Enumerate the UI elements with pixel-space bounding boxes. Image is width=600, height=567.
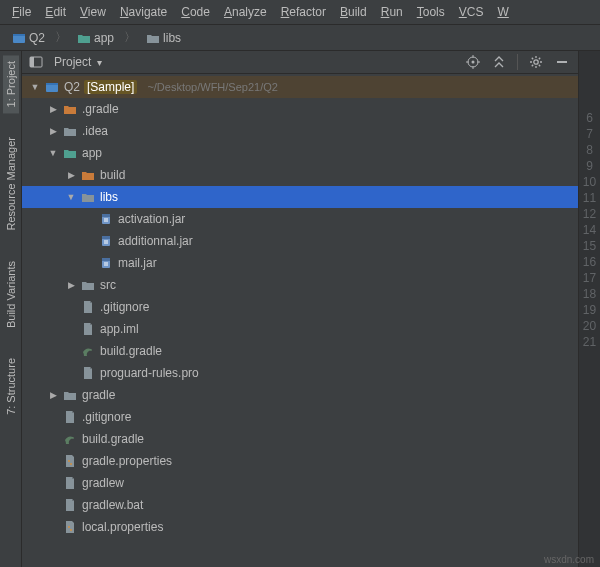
menu-run[interactable]: Run — [375, 3, 409, 21]
tool-tab-7-structure[interactable]: 7: Structure — [3, 352, 19, 421]
breadcrumb-libs[interactable]: libs — [142, 30, 185, 46]
line-number: 10 — [583, 175, 596, 189]
jar-icon — [98, 211, 114, 227]
locate-icon[interactable] — [465, 54, 481, 70]
props-icon — [62, 519, 78, 535]
svg-rect-19 — [557, 61, 567, 63]
tree-node--gitignore[interactable]: ▶.gitignore — [22, 296, 578, 318]
tool-tab-resource-manager[interactable]: Resource Manager — [3, 131, 19, 237]
gear-icon[interactable] — [528, 54, 544, 70]
hide-icon[interactable] — [554, 54, 570, 70]
node-label: build.gradle — [82, 432, 144, 446]
svg-line-17 — [532, 65, 533, 66]
line-number: 12 — [583, 207, 596, 221]
menu-edit[interactable]: Edit — [39, 3, 72, 21]
folder-grey-icon — [146, 31, 160, 45]
svg-rect-23 — [102, 214, 110, 217]
tree-node-build-gradle[interactable]: ▶build.gradle — [22, 340, 578, 362]
chevron-down-icon[interactable]: ▼ — [64, 190, 78, 204]
node-label: gradlew.bat — [82, 498, 143, 512]
svg-rect-21 — [46, 83, 58, 85]
breadcrumb-label: libs — [163, 31, 181, 45]
line-number: 21 — [583, 335, 596, 349]
line-number: 17 — [583, 271, 596, 285]
file-icon — [80, 299, 96, 315]
node-label: mail.jar — [118, 256, 157, 270]
node-label: app.iml — [100, 322, 139, 336]
tree-node--gradle[interactable]: ▶.gradle — [22, 98, 578, 120]
tree-node-proguard-rules-pro[interactable]: ▶proguard-rules.pro — [22, 362, 578, 384]
tree-node-src[interactable]: ▶src — [22, 274, 578, 296]
navigation-bar: Q2〉app〉libs — [0, 25, 600, 51]
menu-vcs[interactable]: VCS — [453, 3, 490, 21]
svg-point-31 — [68, 460, 70, 462]
menu-analyze[interactable]: Analyze — [218, 3, 273, 21]
file-icon — [80, 365, 96, 381]
project-tool-window: Project ▾ ▼Q2[Sample]~/Desktop/WFH/Se — [22, 51, 578, 567]
module-badge: [Sample] — [84, 80, 137, 94]
menu-tools[interactable]: Tools — [411, 3, 451, 21]
tree-node-app[interactable]: ▼app — [22, 142, 578, 164]
menu-bar: FileEditViewNavigateCodeAnalyzeRefactorB… — [0, 0, 600, 25]
node-label: activation.jar — [118, 212, 185, 226]
project-tree[interactable]: ▼Q2[Sample]~/Desktop/WFH/Sep21/Q2▶.gradl… — [22, 74, 578, 567]
chevron-right-icon[interactable]: ▶ — [64, 168, 78, 182]
tree-node-gradle-properties[interactable]: ▶gradle.properties — [22, 450, 578, 472]
collapse-all-icon[interactable] — [491, 54, 507, 70]
tree-node-gradlew-bat[interactable]: ▶gradlew.bat — [22, 494, 578, 516]
chevron-down-icon[interactable]: ▼ — [46, 146, 60, 160]
node-label: build — [100, 168, 125, 182]
node-label: .idea — [82, 124, 108, 138]
line-number: 18 — [583, 287, 596, 301]
tree-node-local-properties[interactable]: ▶local.properties — [22, 516, 578, 538]
menu-w[interactable]: W — [491, 3, 514, 21]
tree-node-activation-jar[interactable]: ▶activation.jar — [22, 208, 578, 230]
tool-tab-build-variants[interactable]: Build Variants — [3, 255, 19, 334]
node-label: proguard-rules.pro — [100, 366, 199, 380]
props-icon — [62, 453, 78, 469]
node-label: .gitignore — [100, 300, 149, 314]
chevron-right-icon[interactable]: ▶ — [46, 124, 60, 138]
node-label: local.properties — [82, 520, 163, 534]
tree-node-mail-jar[interactable]: ▶mail.jar — [22, 252, 578, 274]
tree-node-q2[interactable]: ▼Q2[Sample]~/Desktop/WFH/Sep21/Q2 — [22, 76, 578, 98]
svg-rect-1 — [13, 34, 25, 36]
menu-navigate[interactable]: Navigate — [114, 3, 173, 21]
chevron-down-icon[interactable]: ▾ — [97, 57, 102, 68]
tree-node-build-gradle[interactable]: ▶build.gradle — [22, 428, 578, 450]
menu-file[interactable]: File — [6, 3, 37, 21]
line-number: 9 — [586, 159, 593, 173]
module-icon — [12, 31, 26, 45]
chevron-right-icon[interactable]: ▶ — [46, 102, 60, 116]
breadcrumb-q2[interactable]: Q2 — [8, 30, 49, 46]
tree-node-libs[interactable]: ▼libs — [22, 186, 578, 208]
menu-code[interactable]: Code — [175, 3, 216, 21]
node-label: build.gradle — [100, 344, 162, 358]
svg-line-15 — [532, 58, 533, 59]
tree-node-app-iml[interactable]: ▶app.iml — [22, 318, 578, 340]
tree-node--idea[interactable]: ▶.idea — [22, 120, 578, 142]
breadcrumb-label: Q2 — [29, 31, 45, 45]
chevron-down-icon[interactable]: ▼ — [28, 80, 42, 94]
folder-grey-icon — [62, 387, 78, 403]
svg-rect-29 — [102, 258, 110, 261]
menu-build[interactable]: Build — [334, 3, 373, 21]
file-icon — [80, 321, 96, 337]
tree-node-gradle[interactable]: ▶gradle — [22, 384, 578, 406]
chevron-right-icon[interactable]: ▶ — [64, 278, 78, 292]
svg-point-5 — [472, 61, 475, 64]
tree-node--gitignore[interactable]: ▶.gitignore — [22, 406, 578, 428]
tree-node-additionnal-jar[interactable]: ▶additionnal.jar — [22, 230, 578, 252]
chevron-right-icon[interactable]: ▶ — [46, 388, 60, 402]
tree-node-gradlew[interactable]: ▶gradlew — [22, 472, 578, 494]
menu-view[interactable]: View — [74, 3, 112, 21]
folder-grey-icon — [80, 189, 96, 205]
breadcrumb-app[interactable]: app — [73, 30, 118, 46]
tool-tab-1-project[interactable]: 1: Project — [3, 55, 19, 113]
tree-node-build[interactable]: ▶build — [22, 164, 578, 186]
project-panel-title[interactable]: Project — [52, 54, 93, 70]
menu-refactor[interactable]: Refactor — [275, 3, 332, 21]
breadcrumb-label: app — [94, 31, 114, 45]
svg-line-18 — [539, 58, 540, 59]
line-number: 11 — [583, 191, 596, 205]
